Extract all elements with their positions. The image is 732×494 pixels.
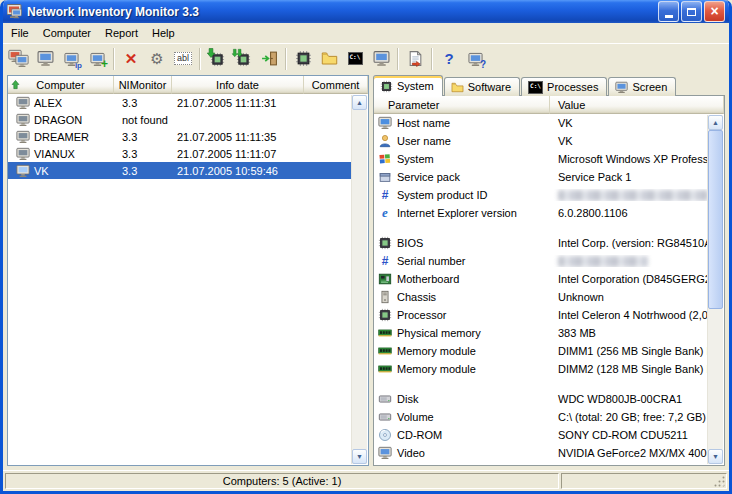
param-label: Processor bbox=[397, 309, 447, 321]
column-header-computer[interactable]: Computer bbox=[8, 76, 114, 94]
redacted-value bbox=[558, 190, 707, 201]
find-computers-button[interactable] bbox=[6, 46, 32, 72]
about-button[interactable]: ? bbox=[462, 46, 488, 72]
param-row-user-name[interactable]: User name VK bbox=[374, 132, 707, 150]
about-icon: ? bbox=[465, 49, 485, 69]
param-row-physical-memory[interactable]: Physical memory 383 MB bbox=[374, 324, 707, 342]
tab-software[interactable]: Software bbox=[444, 77, 520, 96]
options-button[interactable]: ⚙ bbox=[144, 46, 170, 72]
rename-button[interactable]: abl bbox=[170, 46, 196, 72]
scroll-down-button[interactable]: ▼ bbox=[352, 449, 367, 464]
folder-icon bbox=[451, 81, 464, 94]
delete-computer-button[interactable]: ✕ bbox=[118, 46, 144, 72]
computer-row-dreamer[interactable]: DREAMER 3.3 21.07.2005 11:11:35 bbox=[8, 128, 351, 145]
param-row-product-id[interactable]: #System product ID bbox=[374, 186, 707, 204]
tab-label: Software bbox=[468, 81, 511, 93]
maximize-button[interactable] bbox=[681, 1, 702, 22]
computer-row-dragon[interactable]: DRAGON not found bbox=[8, 111, 351, 128]
app-window: Network Inventory Monitor 3.3 × File Com… bbox=[0, 0, 732, 494]
memory-chip-icon bbox=[295, 50, 312, 67]
computers-scrollbar[interactable]: ▲ ▼ bbox=[351, 95, 367, 464]
user-icon bbox=[378, 134, 392, 148]
param-label: CD-ROM bbox=[397, 429, 442, 441]
param-value: Intel Celeron 4 Notrhwood (2,00 ... bbox=[550, 309, 707, 321]
menu-computer[interactable]: Computer bbox=[36, 24, 98, 42]
app-icon bbox=[7, 4, 23, 20]
system-info-scrollbar[interactable]: ▲ ▼ bbox=[707, 115, 723, 464]
column-header-value[interactable]: Value bbox=[550, 96, 724, 114]
toolbar: ip + ✕ ⚙ abl bbox=[3, 43, 729, 73]
add-new-computer-button[interactable]: + bbox=[84, 46, 110, 72]
gear-icon: ⚙ bbox=[150, 51, 163, 66]
minimize-button[interactable] bbox=[658, 1, 679, 22]
add-computer-by-ip-button[interactable]: ip bbox=[58, 46, 84, 72]
param-row-disk[interactable]: Disk WDC WD800JB-00CRA1 bbox=[374, 390, 707, 408]
view-software-button[interactable] bbox=[316, 46, 342, 72]
export-report-button[interactable] bbox=[402, 46, 428, 72]
exit-button[interactable] bbox=[256, 46, 282, 72]
nimonitor-version: 3.3 bbox=[114, 131, 172, 143]
computer-row-alex[interactable]: ALEX 3.3 21.07.2005 11:11:31 bbox=[8, 94, 351, 111]
view-system-button[interactable] bbox=[290, 46, 316, 72]
param-row-motherboard[interactable]: Motherboard Intel Corporation (D845GERG2… bbox=[374, 270, 707, 288]
menu-help[interactable]: Help bbox=[145, 24, 182, 42]
group-spacer bbox=[374, 378, 707, 390]
param-label: Chassis bbox=[397, 291, 436, 303]
param-row-cdrom[interactable]: CD-ROM SONY CD-ROM CDU5211 bbox=[374, 426, 707, 444]
param-label: System bbox=[397, 153, 434, 165]
view-processes-button[interactable]: C:\ bbox=[342, 46, 368, 72]
scroll-track[interactable] bbox=[708, 130, 723, 449]
hash-icon: # bbox=[378, 254, 392, 268]
param-row-chassis[interactable]: Chassis Unknown bbox=[374, 288, 707, 306]
bios-chip-icon bbox=[378, 236, 392, 250]
get-inventory-all-button[interactable] bbox=[230, 46, 256, 72]
param-row-processor[interactable]: Processor Intel Celeron 4 Notrhwood (2,0… bbox=[374, 306, 707, 324]
param-row-memory-module-1[interactable]: Memory module DIMM1 (256 MB Single Bank)… bbox=[374, 342, 707, 360]
toolbar-separator bbox=[113, 48, 115, 70]
help-button[interactable]: ? bbox=[436, 46, 462, 72]
window-title: Network Inventory Monitor 3.3 bbox=[27, 5, 656, 19]
column-header-info-date[interactable]: Info date bbox=[172, 76, 304, 94]
windows-icon bbox=[378, 152, 392, 166]
param-label: Video bbox=[397, 447, 425, 459]
column-header-comment[interactable]: Comment bbox=[304, 76, 368, 94]
scroll-up-button[interactable]: ▲ bbox=[708, 115, 723, 130]
scroll-track[interactable] bbox=[352, 110, 367, 449]
computer-row-vk-selected[interactable]: VK 3.3 21.07.2005 10:59:46 bbox=[8, 162, 351, 179]
tab-screen[interactable]: Screen bbox=[608, 77, 676, 96]
close-button[interactable]: × bbox=[704, 1, 725, 22]
param-value: WDC WD800JB-00CRA1 bbox=[550, 393, 707, 405]
menu-file[interactable]: File bbox=[4, 24, 36, 42]
computer-row-vianux[interactable]: VIANUX 3.3 21.07.2005 11:11:07 bbox=[8, 145, 351, 162]
status-panel-computers: Computers: 5 (Active: 1) bbox=[5, 473, 559, 489]
param-row-service-pack[interactable]: Service pack Service Pack 1 bbox=[374, 168, 707, 186]
param-row-system[interactable]: System Microsoft Windows XP Profession..… bbox=[374, 150, 707, 168]
add-computer-button[interactable] bbox=[32, 46, 58, 72]
computer-name: ALEX bbox=[34, 97, 62, 109]
info-date: 21.07.2005 11:11:07 bbox=[172, 148, 304, 160]
scroll-up-button[interactable]: ▲ bbox=[352, 95, 367, 110]
get-inventory-button[interactable] bbox=[204, 46, 230, 72]
menu-report[interactable]: Report bbox=[98, 24, 145, 42]
scroll-down-button[interactable]: ▼ bbox=[708, 449, 723, 464]
view-screen-button[interactable] bbox=[368, 46, 394, 72]
param-row-ie-version[interactable]: eInternet Explorer version 6.0.2800.1106 bbox=[374, 204, 707, 222]
tab-processes[interactable]: C:\ Processes bbox=[521, 77, 607, 96]
command-prompt-icon: C:\ bbox=[348, 52, 363, 65]
param-row-host-name[interactable]: Host name VK bbox=[374, 114, 707, 132]
param-value: DIMM2 (128 MB Single Bank) DI... bbox=[550, 363, 707, 375]
param-row-serial-number[interactable]: #Serial number bbox=[374, 252, 707, 270]
param-row-video[interactable]: Video NVIDIA GeForce2 MX/MX 400 bbox=[374, 444, 707, 462]
param-row-memory-module-2[interactable]: Memory module DIMM2 (128 MB Single Bank)… bbox=[374, 360, 707, 378]
add-computer-icon bbox=[37, 50, 54, 67]
param-row-bios[interactable]: BIOS Intel Corp. (version: RG84510A.8... bbox=[374, 234, 707, 252]
resize-grip[interactable] bbox=[713, 475, 726, 488]
param-value: Service Pack 1 bbox=[550, 171, 707, 183]
column-header-parameter[interactable]: Parameter bbox=[374, 96, 550, 114]
column-header-nimonitor[interactable]: NIMonitor bbox=[114, 76, 172, 94]
redacted-value bbox=[558, 256, 648, 267]
tab-system[interactable]: System bbox=[373, 75, 443, 96]
scroll-thumb[interactable] bbox=[708, 130, 723, 309]
host-name-icon bbox=[378, 116, 392, 130]
param-row-volume[interactable]: Volume C:\ (total: 20 GB; free: 7,2 GB) bbox=[374, 408, 707, 426]
